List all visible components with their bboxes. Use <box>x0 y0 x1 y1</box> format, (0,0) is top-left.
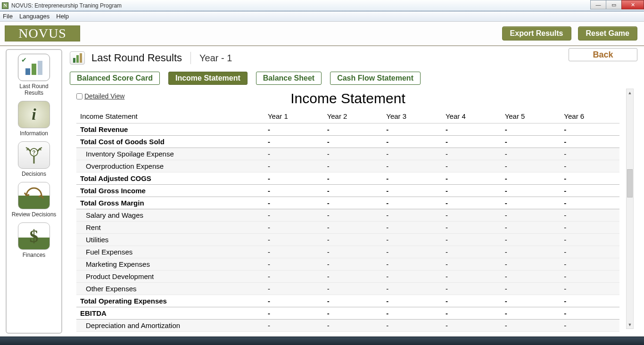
vertical-scrollbar[interactable]: ▲ ▼ <box>626 89 634 329</box>
row-label: Rent <box>76 221 264 233</box>
sidebar-item-last-round-results[interactable]: ✔ Last Round Results <box>10 54 58 96</box>
cell-value: - <box>323 135 383 148</box>
table-header-row: Income Statement Year 1 Year 2 Year 3 Ye… <box>76 109 619 123</box>
cell-value: - <box>442 172 501 184</box>
cell-value: - <box>382 209 442 221</box>
table-row: Salary and Wages------ <box>76 209 619 221</box>
cell-value: - <box>323 319 383 331</box>
col-label: Income Statement <box>76 109 264 123</box>
cell-value: - <box>323 270 383 282</box>
cell-value: - <box>501 184 561 197</box>
table-row: Total Operating Expenses------ <box>76 295 619 307</box>
sidebar-item-label: Last Round Results <box>10 83 58 96</box>
scroll-down-icon[interactable]: ▼ <box>627 321 633 329</box>
table-row: EBITDA------ <box>76 307 619 319</box>
tab-cash-flow-statement[interactable]: Cash Flow Statement <box>330 72 421 85</box>
cell-value: - <box>442 246 501 258</box>
cell-value: - <box>323 160 383 172</box>
cell-value: - <box>323 246 383 258</box>
cell-value: - <box>501 135 561 148</box>
table-row: Total Gross Income------ <box>76 184 619 197</box>
cell-value: - <box>264 307 323 319</box>
detailed-view-label[interactable]: Detailed View <box>84 92 124 100</box>
cell-value: - <box>442 123 501 135</box>
cell-value: - <box>323 233 383 246</box>
sidebar-item-review-decisions[interactable]: Review Decisions <box>10 182 58 218</box>
detailed-view-toggle[interactable]: Detailed View <box>76 92 124 100</box>
cell-value: - <box>264 184 323 197</box>
sidebar-item-label: Decisions <box>10 171 58 177</box>
table-row: Total Revenue------ <box>76 123 619 135</box>
cell-value: - <box>560 209 619 221</box>
cell-value: - <box>382 160 442 172</box>
table-row: Overproduction Expense------ <box>76 160 619 172</box>
cell-value: - <box>264 197 323 209</box>
reset-game-button[interactable]: Reset Game <box>578 26 638 41</box>
cell-value: - <box>442 160 501 172</box>
tab-income-statement[interactable]: Income Statement <box>168 72 248 85</box>
table-row: Rent------ <box>76 221 619 233</box>
sidebar-item-finances[interactable]: $ Finances <box>10 222 58 258</box>
cell-value: - <box>560 246 619 258</box>
top-band: NOVUS Export Results Reset Game <box>0 22 644 46</box>
cell-value: - <box>442 233 501 246</box>
cell-value: - <box>264 258 323 270</box>
cell-value: - <box>442 221 501 233</box>
export-results-button[interactable]: Export Results <box>502 26 571 41</box>
cell-value: - <box>560 270 619 282</box>
detailed-view-checkbox[interactable] <box>76 93 83 99</box>
app-logo: NOVUS <box>5 25 80 41</box>
cell-value: - <box>501 148 561 160</box>
cell-value: - <box>501 221 561 233</box>
window-maximize-button[interactable]: ▭ <box>606 0 622 9</box>
cell-value: - <box>560 135 619 148</box>
cell-value: - <box>323 123 383 135</box>
cell-value: - <box>264 135 323 148</box>
income-statement-report: Detailed View Income Statement Income St… <box>70 89 631 332</box>
page-header: Last Round Results Year - 1 <box>70 49 639 67</box>
cell-value: - <box>560 221 619 233</box>
table-row: Total Gross Margin------ <box>76 197 619 209</box>
back-button[interactable]: Back <box>569 48 637 61</box>
window-close-button[interactable]: ✕ <box>621 0 644 9</box>
cell-value: - <box>264 160 323 172</box>
cell-value: - <box>323 282 383 295</box>
cell-value: - <box>264 246 323 258</box>
cell-value: - <box>560 172 619 184</box>
tab-balanced-score-card[interactable]: Balanced Score Card <box>70 72 160 85</box>
menu-file[interactable]: File <box>3 13 13 20</box>
cell-value: - <box>264 221 323 233</box>
cell-value: - <box>501 319 561 331</box>
cell-value: - <box>560 307 619 319</box>
sidebar-item-decisions[interactable]: ? Decisions <box>10 141 58 177</box>
table-row: Utilities------ <box>76 233 619 246</box>
cell-value: - <box>560 148 619 160</box>
cell-value: - <box>501 123 561 135</box>
cell-value: - <box>382 135 442 148</box>
col-year: Year 2 <box>323 109 383 123</box>
menu-help[interactable]: Help <box>56 13 69 20</box>
cell-value: - <box>382 123 442 135</box>
window-minimize-button[interactable]: — <box>590 0 606 9</box>
cell-value: - <box>382 148 442 160</box>
app-favicon: N <box>2 2 8 9</box>
cell-value: - <box>442 184 501 197</box>
sidebar-item-information[interactable]: i Information <box>10 101 58 137</box>
tab-balance-sheet[interactable]: Balance Sheet <box>256 72 322 85</box>
cell-value: - <box>442 258 501 270</box>
cell-value: - <box>501 209 561 221</box>
cell-value: - <box>442 319 501 331</box>
cell-value: - <box>264 319 323 331</box>
cell-value: - <box>560 295 619 307</box>
menu-languages[interactable]: Languages <box>19 13 50 20</box>
window-titlebar: N NOVUS: Entrepreneurship Traning Progra… <box>0 0 644 11</box>
cell-value: - <box>382 246 442 258</box>
cell-value: - <box>560 184 619 197</box>
scroll-up-icon[interactable]: ▲ <box>627 89 633 97</box>
cell-value: - <box>323 209 383 221</box>
row-label: Total Gross Margin <box>76 197 264 209</box>
cell-value: - <box>501 160 561 172</box>
scroll-thumb[interactable] <box>627 169 633 197</box>
sidebar-item-label: Information <box>10 130 58 137</box>
row-label: Total Cost of Goods Sold <box>76 135 264 148</box>
